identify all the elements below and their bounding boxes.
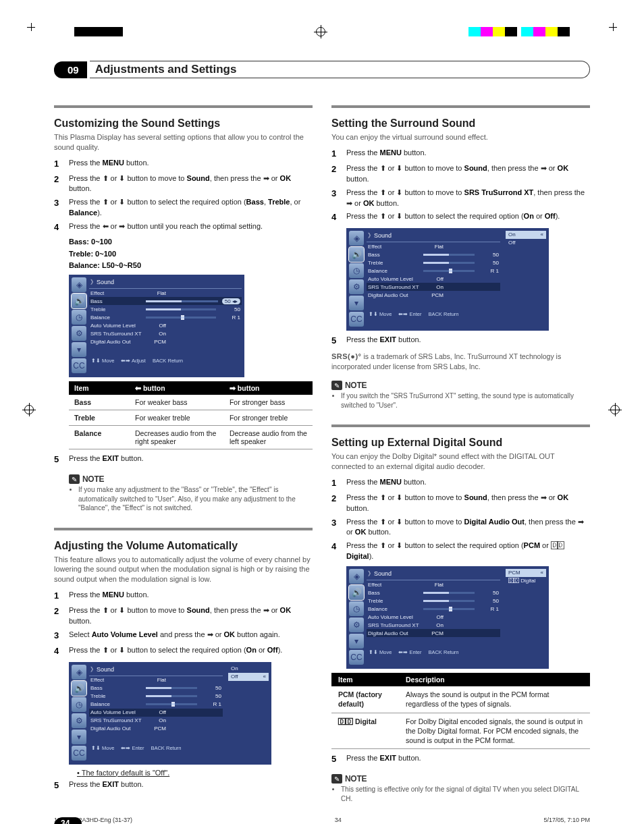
osd-auto-volume: ◈🔊◷⚙▾CC 》Sound EffectFlat Bass50 Treble5…	[69, 662, 271, 765]
intro-text: This Plasma Display has several setting …	[54, 132, 313, 153]
chapter-header: 09 Adjustments and Settings	[54, 61, 590, 78]
osd-sound-menu-bass: ◈🔊◷⚙▾CC 》Sound EffectFlat Bass50 ◂▸ Treb…	[69, 275, 244, 377]
note-icon: ✎NOTE	[69, 474, 104, 484]
chapter-title: Adjustments and Settings	[90, 61, 590, 78]
table-digital-options: ItemDescription PCM (factory default)Alw…	[331, 673, 590, 749]
chapter-number: 09	[54, 61, 87, 78]
section-digital: Setting up External Digital Sound	[331, 437, 590, 449]
left-column: Customizing the Sound Settings This Plas…	[54, 105, 313, 803]
osd-srs: ◈🔊◷⚙▾CC 》Sound EffectFlat Bass50 Treble5…	[346, 228, 549, 331]
section-auto-volume: Adjusting the Volume Automatically	[54, 540, 313, 552]
factory-default-note: • The factory default is "Off".	[77, 769, 313, 777]
steps-custom-sound: 1Press the MENU button. 2Press the ⬆ or …	[54, 158, 313, 234]
srs-trademark: SRS(●)° is a trademark of SRS Labs, Inc.…	[331, 352, 590, 371]
page-number: 34	[54, 817, 82, 824]
osd-digital-out: ◈🔊◷⚙▾CC 》Sound EffectFlat Bass50 Treble5…	[346, 566, 549, 669]
right-column: Setting the Surround Sound You can enjoy…	[331, 105, 590, 803]
section-custom-sound: Customizing the Sound Settings	[54, 117, 313, 130]
range-balance: Balance: L50~0~R50	[69, 261, 141, 269]
range-bass: Bass: 0~100	[69, 238, 112, 246]
imposition-footer: 10-PDP42A3HD-Eng (31-37) 34 5/17/05, 7:1…	[54, 803, 590, 824]
range-treble: Treble: 0~100	[69, 250, 116, 258]
table-adjust-buttons: Item⬅ button➡ button BassFor weaker bass…	[69, 381, 313, 449]
page-footer: 34 En	[54, 817, 82, 824]
section-surround: Setting the Surround Sound	[331, 117, 590, 130]
note-text: If you make any adjustment to the "Bass"…	[78, 485, 313, 513]
